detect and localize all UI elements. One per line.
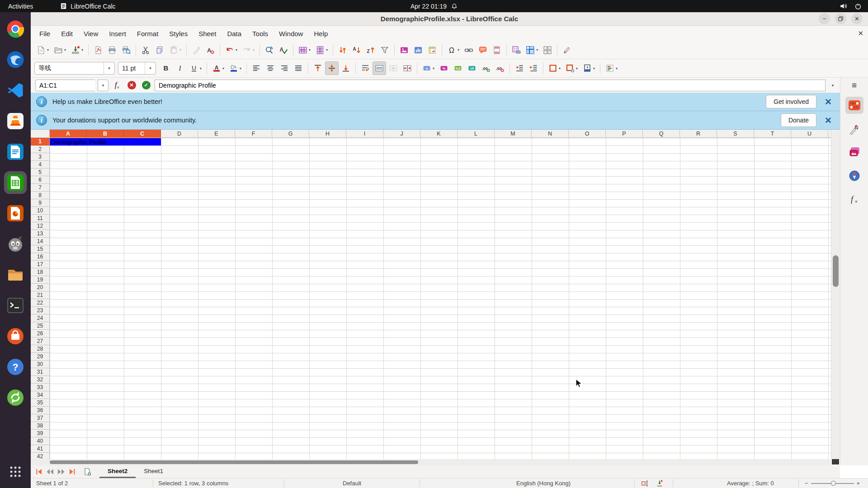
new-document-button[interactable]: ▾ — [34, 43, 51, 57]
row-header-32[interactable]: 32 — [31, 376, 49, 384]
sidebar-settings-icon[interactable]: ≡ — [852, 80, 857, 90]
row-header-10[interactable]: 10 — [31, 207, 49, 215]
dropdown-arrow-icon[interactable]: ▾ — [179, 48, 181, 52]
dock-item-libreoffice-calc[interactable] — [5, 172, 26, 193]
align-top-button[interactable] — [311, 61, 325, 75]
column-header-k[interactable]: K — [420, 130, 458, 137]
row-header-35[interactable]: 35 — [31, 399, 49, 407]
dropdown-arrow-icon[interactable]: ▾ — [200, 66, 202, 70]
sheet-tab-sheet1[interactable]: Sheet1 — [136, 465, 171, 478]
decrease-indent-button[interactable] — [527, 61, 540, 75]
sidebar-tab-gallery[interactable] — [845, 144, 863, 161]
document-modified-icon[interactable] — [656, 479, 664, 488]
row-header-31[interactable]: 31 — [31, 368, 49, 376]
dropdown-arrow-icon[interactable]: ▾ — [593, 66, 595, 70]
row-header-25[interactable]: 25 — [31, 322, 49, 330]
row-header-22[interactable]: 22 — [31, 299, 49, 307]
first-sheet-button[interactable] — [34, 467, 44, 477]
dropdown-arrow-icon[interactable]: ▾ — [236, 48, 237, 52]
sort-descending-button[interactable]: Z — [364, 43, 377, 57]
add-sheet-button[interactable] — [82, 467, 92, 477]
sidebar-tab-navigator[interactable] — [845, 167, 863, 184]
column-header-p[interactable]: P — [606, 130, 643, 137]
row-header-39[interactable]: 39 — [31, 430, 49, 437]
zoom-slider-track[interactable] — [811, 483, 854, 484]
row-header-9[interactable]: 9 — [31, 199, 49, 207]
sort-ascending-button[interactable]: A — [350, 43, 363, 57]
row-header-8[interactable]: 8 — [31, 192, 49, 199]
save-button[interactable]: ▾ — [69, 43, 85, 57]
print-preview-button[interactable] — [119, 43, 133, 57]
border-color-button[interactable]: ▾ — [580, 61, 597, 75]
row-header-19[interactable]: 19 — [31, 276, 49, 284]
dock-item-libreoffice-impress[interactable] — [5, 202, 26, 224]
close-window-button[interactable]: ✕ — [851, 13, 863, 24]
clock-menu[interactable]: Apr 22 01:19 — [410, 3, 458, 10]
select-all-corner[interactable] — [31, 130, 50, 138]
zoom-in-icon[interactable]: + — [857, 480, 860, 487]
column-header-d[interactable]: D — [161, 130, 198, 137]
close-document-icon[interactable]: ✕ — [858, 29, 863, 38]
menu-sheet[interactable]: Sheet — [193, 28, 221, 40]
dock-item-files[interactable] — [5, 264, 26, 286]
expand-formula-bar-icon[interactable]: ▾ — [828, 83, 837, 88]
row-header-42[interactable]: 42 — [31, 453, 49, 459]
accept-button[interactable]: ✓ — [140, 80, 152, 91]
date-button[interactable]: 15 — [465, 61, 479, 75]
find-replace-button[interactable] — [263, 43, 276, 57]
spelling-button[interactable]: A — [277, 43, 290, 57]
autofilter-button[interactable] — [378, 43, 392, 57]
horizontal-scrollbar-thumb[interactable] — [50, 460, 418, 464]
zoom-slider[interactable]: − + — [805, 480, 860, 487]
row-header-4[interactable]: 4 — [31, 161, 49, 169]
menu-window[interactable]: Window — [274, 28, 308, 40]
freeze-rows-columns-button[interactable]: ▾ — [524, 43, 540, 57]
language-status[interactable]: English (Hong Kong) — [516, 480, 571, 487]
row-header-6[interactable]: 6 — [31, 176, 49, 184]
align-left-button[interactable] — [250, 61, 263, 75]
menu-file[interactable]: File — [34, 28, 55, 40]
column-header-s[interactable]: S — [717, 130, 754, 137]
sidebar-tab-functions[interactable]: f× — [845, 191, 863, 208]
menu-tools[interactable]: Tools — [247, 28, 273, 40]
row-header-20[interactable]: 20 — [31, 284, 49, 291]
sheet-number-status[interactable]: Sheet 1 of 2 — [36, 480, 68, 487]
dropdown-arrow-icon[interactable]: ▾ — [309, 48, 311, 52]
border-style-button[interactable]: ▾ — [563, 61, 580, 75]
column-header-l[interactable]: L — [458, 130, 495, 137]
define-print-area-button[interactable] — [509, 43, 523, 57]
column-header-m[interactable]: M — [495, 130, 532, 137]
hyperlink-button[interactable] — [462, 43, 476, 57]
row-header-27[interactable]: 27 — [31, 338, 49, 345]
chevron-down-icon[interactable]: ▾ — [145, 62, 156, 74]
function-wizard-button[interactable]: f× — [111, 80, 123, 91]
font-color-button[interactable]: A▾ — [210, 61, 226, 75]
column-header-f[interactable]: F — [235, 130, 272, 137]
column-header-a[interactable]: A — [50, 130, 87, 137]
last-sheet-button[interactable] — [67, 467, 77, 477]
column-header-b[interactable]: B — [87, 130, 124, 137]
insert-comment-button[interactable] — [476, 43, 490, 57]
rows-menu-button[interactable]: ▾ — [296, 43, 313, 57]
align-bottom-button[interactable] — [339, 61, 353, 75]
column-header-g[interactable]: G — [272, 130, 309, 137]
menu-view[interactable]: View — [79, 28, 103, 40]
activities-button[interactable]: Activities — [8, 3, 33, 10]
dock-item-vlc[interactable] — [5, 110, 26, 132]
underline-button[interactable]: U▾ — [187, 61, 204, 75]
previous-sheet-button[interactable] — [45, 467, 55, 477]
name-box-dropdown[interactable]: ▾ — [98, 80, 108, 91]
column-header-j[interactable]: J — [383, 130, 420, 137]
row-header-38[interactable]: 38 — [31, 422, 49, 430]
insert-chart-button[interactable] — [411, 43, 425, 57]
dropdown-arrow-icon[interactable]: ▾ — [559, 66, 561, 70]
italic-button[interactable]: I — [173, 61, 187, 75]
dock-item-help[interactable]: ? — [5, 356, 26, 378]
insert-image-button[interactable] — [397, 43, 411, 57]
open-button[interactable]: ▾ — [52, 43, 68, 57]
app-grid-button[interactable] — [5, 461, 26, 483]
chevron-down-icon[interactable]: ▾ — [104, 62, 114, 74]
dropdown-arrow-icon[interactable]: ▾ — [458, 48, 459, 52]
undo-button[interactable]: ▾ — [223, 43, 240, 57]
column-header-o[interactable]: O — [569, 130, 606, 137]
